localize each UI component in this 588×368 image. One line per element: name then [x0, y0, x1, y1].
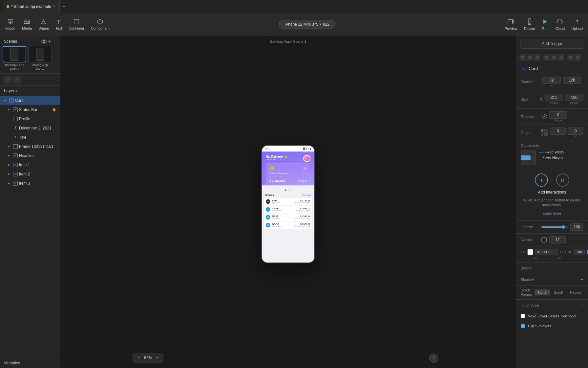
layer-item-card[interactable]: ▶ ⊞ Card — [0, 96, 60, 105]
phone-stock-logo-goog: G — [266, 223, 270, 227]
fill-toggle[interactable]: ✓ — [587, 250, 588, 254]
new-tab-button[interactable]: + — [60, 4, 68, 10]
phone-stock-ticker-appl: APPL — [272, 199, 294, 202]
position-y-group: Y — [563, 77, 581, 87]
upload-button[interactable]: Upload — [571, 18, 583, 31]
phone-content: Hi, Darlene 👋 December 2, 2021 — [262, 151, 314, 263]
origin-x-input[interactable] — [550, 127, 566, 135]
add-trigger-button[interactable]: Add Trigger — [520, 39, 584, 49]
layer-name-card: Card — [15, 98, 56, 103]
layers-title: Layers — [4, 88, 17, 93]
position-y-input[interactable] — [563, 77, 581, 84]
constraints-fixed-height-row: ↕ Fixed Height — [539, 155, 564, 159]
phone-stock-info-goog: GOOG Alphabet Inc. — [272, 223, 295, 227]
rotation-angle-input[interactable] — [549, 111, 567, 119]
align-top-button[interactable]: ⬛ — [543, 54, 550, 61]
layer-item-frame[interactable]: ▶ Frame 1321314151 — [0, 142, 60, 151]
size-lock-icon: ⛓ — [539, 98, 543, 101]
constraints-options: ⟷ Fixed Width ↕ Fixed Height — [539, 150, 564, 159]
run-button[interactable]: Run — [541, 18, 549, 31]
zoom-out-button[interactable]: − — [136, 355, 142, 361]
text-tool[interactable]: Text — [55, 18, 62, 30]
phone-card-name: Darlene Robertson — [269, 172, 307, 174]
fill-opacity-input[interactable] — [574, 249, 585, 255]
layer-item-title[interactable]: T Title — [0, 133, 60, 142]
active-tab[interactable]: * Smart Jump example ✕ — [3, 0, 60, 13]
layer-icon-frame — [13, 144, 18, 149]
scene-thumb-img-1 — [3, 46, 26, 62]
opacity-input[interactable] — [570, 223, 583, 231]
nav-forward-button[interactable]: → — [13, 76, 21, 83]
component-tool[interactable]: Component — [91, 18, 110, 30]
size-height-input[interactable] — [565, 94, 583, 101]
layer-item-item3[interactable]: ▶ ⊞ Item 3 — [0, 179, 60, 188]
fill-edit-icon[interactable]: ✏ — [568, 250, 572, 254]
scene-thumb-1[interactable]: Banking A pp / Scen... — [3, 46, 26, 71]
radius-section: Radius — [516, 234, 588, 246]
nav-back-button[interactable]: ← — [4, 76, 12, 83]
distribute-h-button[interactable]: ⬛ — [567, 54, 574, 61]
align-center-h-button[interactable]: ⬛ — [527, 54, 533, 61]
cloud-button[interactable]: Cloud — [555, 18, 565, 31]
align-bottom-button[interactable]: ⬛ — [558, 54, 564, 61]
learn-more-link[interactable]: Learn more — [543, 211, 561, 215]
zoom-in-button[interactable]: + — [154, 355, 160, 361]
phone-card-wave-icon: )))) — [303, 167, 307, 170]
scroll-paging-row: ScrollPaging None Scroll Paging — [521, 288, 583, 297]
help-button[interactable]: ? — [429, 354, 438, 363]
align-left-button[interactable]: ⬛ — [519, 54, 526, 61]
scene-thumb-2[interactable]: Banking A pp / Scen... — [28, 46, 52, 71]
constraints-fixed-width-row: ⟷ Fixed Width — [539, 150, 564, 154]
container-tool[interactable]: Container — [69, 18, 84, 30]
import-tool[interactable]: Import — [5, 18, 15, 30]
phone-greeting-date: December 2, 2021 — [266, 158, 288, 161]
shadow-add-button[interactable]: + — [580, 277, 583, 283]
scenes-add-button[interactable]: + — [48, 39, 51, 44]
make-lower-layers-checkbox[interactable] — [521, 314, 525, 318]
preview-button[interactable]: Preview — [505, 18, 517, 31]
border-add-button[interactable]: + — [580, 265, 583, 271]
touch-area-add-button[interactable]: + — [580, 302, 583, 308]
phone-view-all-link: View all — [302, 194, 311, 196]
align-right-button[interactable]: ⬛ — [534, 54, 540, 61]
layer-lock-icon: 🔒 — [52, 108, 56, 111]
radius-input[interactable] — [549, 236, 566, 243]
layer-item-status-bar[interactable]: ▶ ⊞ Status Bar 🔒 — [0, 105, 60, 114]
layer-item-profile[interactable]: Profile — [0, 114, 60, 124]
shape-tool[interactable]: Shape — [38, 18, 49, 30]
layer-item-item2[interactable]: ▶ ⊞ Item 2 — [0, 170, 60, 179]
origin-y-input[interactable] — [568, 127, 583, 135]
scenes-menu-button[interactable]: ⋮ — [52, 39, 56, 44]
device-label[interactable]: iPhone 12 Mini 375 × 812 — [279, 20, 335, 29]
scroll-paging-paging-button[interactable]: Paging — [567, 289, 584, 295]
align-center-v-button[interactable]: ⬛ — [551, 54, 557, 61]
distribute-v-button[interactable]: ⬛ — [575, 54, 581, 61]
fill-hex-input[interactable] — [535, 249, 558, 255]
radius-label: Radius — [521, 238, 539, 242]
position-x-input[interactable] — [542, 77, 561, 84]
device-button[interactable]: Device — [524, 18, 535, 31]
clip-sublayers-checkbox[interactable]: ✓ — [521, 324, 525, 328]
scroll-paging-scroll-button[interactable]: Scroll — [551, 289, 566, 295]
layer-item-item1[interactable]: ▶ ⊞ Item 1 — [0, 160, 60, 170]
touch-area-label: Touch Area — [521, 303, 539, 307]
rotation-angle-group: Angle — [549, 111, 567, 122]
device-selector[interactable]: iPhone 12 Mini 375 × 812 — [279, 20, 335, 29]
origin-section: Origin X Y — [516, 125, 588, 141]
opacity-slider[interactable] — [541, 226, 568, 228]
phone-greeting-text: Hi, Darlene 👋 December 2, 2021 — [266, 155, 288, 161]
size-label: Size — [521, 97, 537, 101]
position-y-label: Y — [571, 84, 573, 87]
phone-card-top: )))) — [269, 166, 307, 170]
media-tool[interactable]: Media — [22, 18, 32, 30]
layer-item-headline[interactable]: ▶ ⊞ Headline — [0, 151, 60, 160]
rotation-section: Rotation Angle — [516, 109, 588, 125]
fill-color-swatch[interactable] — [527, 249, 533, 255]
layer-item-date[interactable]: T December 2, 2021 — [0, 124, 60, 133]
origin-picker[interactable] — [541, 129, 548, 136]
scenes-count: 2 — [41, 39, 47, 44]
scroll-paging-none-button[interactable]: None — [535, 289, 550, 295]
tab-close-btn[interactable]: ✕ — [53, 5, 55, 8]
size-width-input[interactable] — [545, 94, 563, 101]
phone-stock-twtr: T TWTR Twitter Inc. $ 1022.57 - $ 56.30 … — [264, 206, 312, 213]
